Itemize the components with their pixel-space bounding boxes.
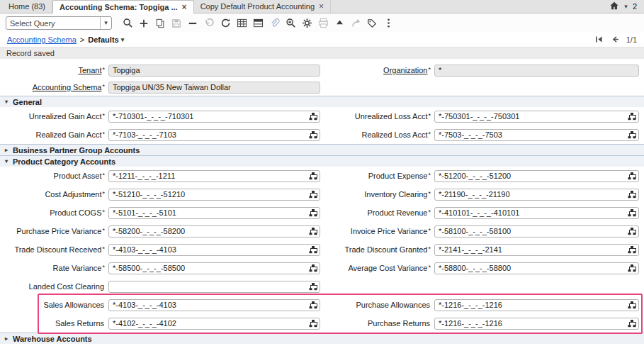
- account-field-product-asset[interactable]: *-1211-_-_-_-1211: [108, 170, 320, 182]
- account-field-sales-returns[interactable]: *-4102-_-_-_-4102: [108, 318, 320, 330]
- account-field-product-cogs[interactable]: *-5101-_-_-_-5101: [108, 207, 320, 219]
- form-row: Tenant* Topgiga Organization* *: [0, 62, 644, 79]
- find-icon[interactable]: [120, 16, 135, 30]
- account-combination-icon[interactable]: [627, 245, 637, 255]
- field-label: Purchase Allowances: [324, 301, 431, 309]
- zoom-across-icon[interactable]: [283, 16, 298, 30]
- account-field-unrealized-gain[interactable]: *-710301-_-_-_-710301: [108, 111, 320, 123]
- section-title: Warehouse Accounts: [13, 335, 92, 343]
- tenant-label-link[interactable]: Tenant: [78, 66, 101, 74]
- previous-record-icon[interactable]: [610, 35, 620, 45]
- tab-home[interactable]: Home (83): [2, 0, 52, 13]
- refresh-icon[interactable]: [218, 16, 233, 30]
- account-field-product-revenue[interactable]: *-410101-_-_-_-410101: [434, 207, 639, 219]
- account-combination-icon[interactable]: [308, 281, 318, 291]
- tab-label: Home (83): [9, 2, 45, 11]
- first-record-icon[interactable]: [594, 35, 604, 45]
- breadcrumb-current-dropdown[interactable]: Defaults ▾: [88, 35, 124, 44]
- section-header-warehouse-accounts[interactable]: ▸ Warehouse Accounts: [0, 333, 644, 344]
- account-combination-icon[interactable]: [308, 111, 318, 121]
- account-combination-icon[interactable]: [627, 111, 637, 121]
- account-field-unrealized-loss[interactable]: *-750301-_-_-_-750301: [434, 111, 639, 123]
- account-field-product-expense[interactable]: *-51200-_-_-_-51200: [434, 170, 639, 182]
- account-field-purchase-allowances[interactable]: *-1216-_-_-_-1216: [434, 299, 639, 311]
- account-combination-icon[interactable]: [308, 189, 318, 199]
- field-label: Average Cost Variance*: [324, 264, 431, 272]
- account-combination-icon[interactable]: [627, 226, 637, 236]
- section-header-general[interactable]: ▾ General: [0, 96, 644, 107]
- account-combination-icon[interactable]: [627, 300, 637, 310]
- account-field-trade-discount-granted[interactable]: *-2141-_-_-_-2141: [434, 244, 639, 256]
- field-label: Product COGS*: [0, 208, 105, 217]
- archive-icon[interactable]: [332, 16, 347, 30]
- form-row: Rate Variance* *-58500-_-_-_-58500 Avera…: [0, 259, 644, 277]
- more-options-icon[interactable]: [380, 16, 396, 30]
- save-icon[interactable]: [169, 16, 184, 30]
- account-combination-icon[interactable]: [627, 130, 637, 140]
- field-label: Sales Allowances: [0, 301, 105, 309]
- account-field-rate-variance[interactable]: *-58500-_-_-_-58500: [108, 262, 320, 274]
- account-combination-icon[interactable]: [308, 171, 318, 181]
- home-icon[interactable]: [609, 1, 619, 12]
- account-combination-icon[interactable]: [308, 245, 318, 255]
- collapse-arrow-icon: ▸: [4, 335, 9, 342]
- grid-toggle-icon[interactable]: [234, 16, 249, 30]
- form-row: Unrealized Gain Acct* *-710301-_-_-_-710…: [0, 107, 644, 125]
- close-icon[interactable]: ×: [182, 3, 187, 11]
- account-combination-icon[interactable]: [627, 189, 637, 199]
- close-icon[interactable]: ×: [319, 2, 324, 11]
- field-label: Trade Discount Granted*: [324, 245, 431, 254]
- process-gear-icon[interactable]: [299, 16, 315, 30]
- account-field-purchase-price-variance[interactable]: *-58200-_-_-_-58200: [108, 225, 320, 238]
- breadcrumb-bar: Accounting Schema > Defaults ▾ 1/1: [0, 33, 644, 48]
- tab-accounting-schema[interactable]: Accounting Schema: Topgiga ... ×: [52, 0, 194, 13]
- account-field-average-cost-variance[interactable]: *-58800-_-_-_-58800: [434, 262, 639, 274]
- account-field-realized-gain[interactable]: *-7103-_-_-_-7103: [108, 129, 320, 141]
- field-label: Cost Adjustment*: [0, 190, 105, 199]
- section-title: Business Partner Group Accounts: [13, 146, 140, 155]
- account-field-purchase-returns[interactable]: *-1216-_-_-_-1216: [434, 318, 639, 330]
- attachment-icon[interactable]: [266, 16, 282, 30]
- account-combination-icon[interactable]: [308, 263, 318, 273]
- breadcrumb-parent-link[interactable]: Accounting Schema: [7, 35, 77, 44]
- tab-copy-default-product-accounting[interactable]: Copy Default Product Accounting ×: [194, 0, 331, 13]
- account-field-invoice-price-variance[interactable]: *-58100-_-_-_-58100: [434, 225, 639, 238]
- section-title: Product Category Accounts: [13, 157, 115, 166]
- account-combination-icon[interactable]: [627, 208, 637, 218]
- accounting-schema-label-link[interactable]: Accounting Schema: [33, 83, 102, 91]
- field-label: Inventory Clearing*: [324, 190, 431, 199]
- organization-label-link[interactable]: Organization: [383, 66, 427, 74]
- chevron-down-icon[interactable]: ▾: [624, 4, 628, 10]
- detail-records-icon[interactable]: [250, 16, 266, 30]
- account-combination-icon[interactable]: [308, 226, 318, 236]
- account-field-landed-cost-clearing[interactable]: [108, 281, 320, 293]
- label-tag-icon[interactable]: [364, 16, 380, 30]
- section-header-product-category-accounts[interactable]: ▾ Product Category Accounts: [0, 155, 644, 167]
- print-icon[interactable]: [315, 16, 331, 30]
- account-combination-icon[interactable]: [308, 318, 318, 328]
- undo-icon[interactable]: [201, 16, 217, 30]
- copy-record-icon[interactable]: [152, 16, 168, 30]
- organization-field: *: [434, 65, 639, 77]
- form-row: Cost Adjustment* *-51210-_-_-_-51210 Inv…: [0, 185, 644, 203]
- select-query-dropdown[interactable]: Select Query ▾: [6, 16, 112, 30]
- account-combination-icon[interactable]: [308, 130, 318, 140]
- account-combination-icon[interactable]: [308, 300, 318, 310]
- menu-count-badge[interactable]: 2: [633, 2, 637, 11]
- field-label: Purchase Price Variance*: [0, 227, 105, 235]
- form-row: Purchase Price Variance* *-58200-_-_-_-5…: [0, 222, 644, 240]
- account-combination-icon[interactable]: [627, 318, 637, 328]
- account-field-sales-allowances[interactable]: *-4103-_-_-_-4103: [108, 299, 320, 311]
- section-header-business-partner-group-accounts[interactable]: ▸ Business Partner Group Accounts: [0, 144, 644, 155]
- delete-icon[interactable]: [185, 16, 200, 30]
- account-field-inventory-clearing[interactable]: *-21190-_-_-_-21190: [434, 189, 639, 201]
- account-combination-icon[interactable]: [308, 208, 318, 218]
- account-combination-icon[interactable]: [627, 263, 637, 273]
- account-field-cost-adjustment[interactable]: *-51210-_-_-_-51210: [108, 189, 320, 201]
- new-record-icon[interactable]: [136, 16, 152, 30]
- account-field-realized-loss[interactable]: *-7503-_-_-_-7503: [434, 129, 639, 141]
- account-field-trade-discount-received[interactable]: *-4103-_-_-_-4103: [108, 244, 320, 256]
- export-icon[interactable]: [348, 16, 363, 30]
- field-label: Realized Gain Acct*: [0, 130, 105, 139]
- account-combination-icon[interactable]: [627, 171, 637, 181]
